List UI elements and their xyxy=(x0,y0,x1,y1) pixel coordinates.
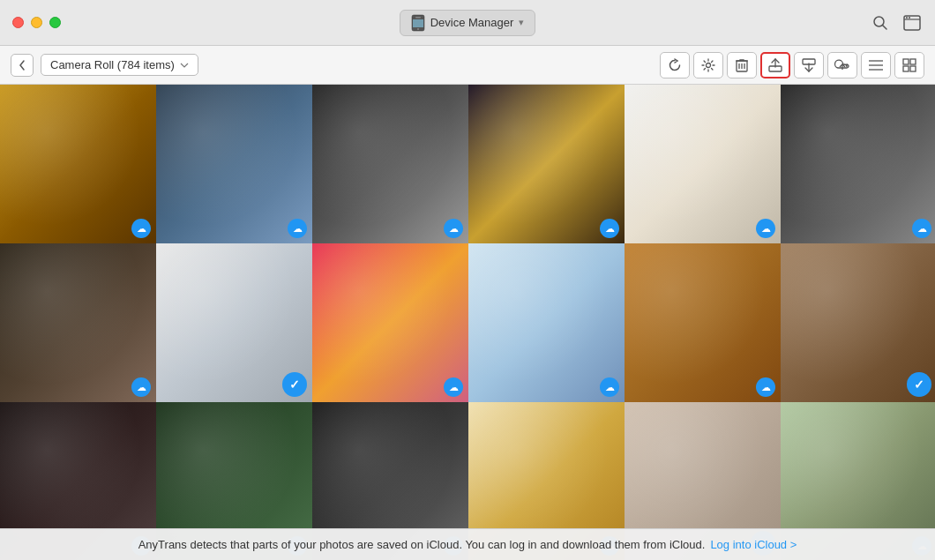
delete-button[interactable] xyxy=(727,52,757,78)
svg-point-3 xyxy=(417,28,419,30)
svg-rect-24 xyxy=(903,59,909,64)
cloud-badge: ☁ xyxy=(131,377,151,397)
svg-rect-25 xyxy=(910,59,916,64)
dropdown-chevron: ▾ xyxy=(519,17,524,28)
photo-cell[interactable]: ☁ xyxy=(781,85,935,243)
photo-cell[interactable]: ☁ xyxy=(625,85,781,243)
svg-point-10 xyxy=(707,63,711,67)
titlebar-actions xyxy=(871,14,921,32)
notification-bar: AnyTrans detects that parts of your phot… xyxy=(0,528,935,560)
photo-cell[interactable]: ✓ xyxy=(781,243,935,402)
svg-rect-2 xyxy=(413,19,423,27)
photo-cell[interactable]: ✓ xyxy=(156,243,312,402)
photo-cell[interactable]: ☁ xyxy=(468,85,625,243)
album-arrow xyxy=(180,62,189,69)
svg-rect-1 xyxy=(415,17,421,19)
app-title-pill[interactable]: Device Manager ▾ xyxy=(400,10,536,36)
refresh-button[interactable] xyxy=(660,52,690,78)
grid-view-button[interactable] xyxy=(894,52,924,78)
cloud-badge: ☁ xyxy=(131,219,151,238)
titlebar: Device Manager ▾ xyxy=(0,0,935,46)
icloud-login-link[interactable]: Log into iCloud > xyxy=(710,538,797,551)
toolbar-actions xyxy=(660,52,924,78)
photo-grid: ☁☁☁☁☁☁☁✓☁☁☁✓☁☁☁☁✓☁ xyxy=(0,85,935,560)
svg-rect-27 xyxy=(910,66,916,71)
photo-cell[interactable]: ☁ xyxy=(156,85,312,243)
traffic-lights xyxy=(12,17,61,28)
back-button[interactable] xyxy=(11,54,34,77)
photo-cell[interactable]: ☁ xyxy=(468,243,625,402)
cloud-badge: ☁ xyxy=(756,377,775,397)
svg-rect-26 xyxy=(903,66,909,71)
cloud-upload-button[interactable] xyxy=(827,52,857,78)
close-button[interactable] xyxy=(12,17,24,28)
maximize-button[interactable] xyxy=(49,17,61,28)
export-button[interactable] xyxy=(760,52,790,78)
app-title: Device Manager xyxy=(430,16,514,29)
search-icon[interactable] xyxy=(871,14,889,32)
svg-point-8 xyxy=(906,17,908,19)
photo-cell[interactable]: ☁ xyxy=(312,243,468,402)
photo-cell[interactable]: ☁ xyxy=(0,85,156,243)
svg-point-9 xyxy=(909,17,910,19)
toolbar: Camera Roll (784 items) xyxy=(0,46,935,85)
svg-line-5 xyxy=(883,25,887,29)
cloud-badge: ☁ xyxy=(600,377,619,397)
settings-button[interactable] xyxy=(693,52,723,78)
cloud-badge: ☁ xyxy=(756,219,775,238)
cloud-badge: ☁ xyxy=(444,219,463,238)
cloud-badge: ☁ xyxy=(912,219,931,238)
photo-cell[interactable]: ☁ xyxy=(0,243,156,402)
device-icon xyxy=(411,14,425,32)
cloud-badge: ☁ xyxy=(444,377,463,397)
check-badge: ✓ xyxy=(282,372,307,397)
minimize-button[interactable] xyxy=(31,17,42,28)
window-icon[interactable] xyxy=(903,14,921,32)
notification-text: AnyTrans detects that parts of your phot… xyxy=(138,538,706,551)
album-selector[interactable]: Camera Roll (784 items) xyxy=(41,54,198,76)
photo-cell[interactable]: ☁ xyxy=(312,85,468,243)
list-view-button[interactable] xyxy=(861,52,891,78)
check-badge: ✓ xyxy=(907,372,931,397)
cloud-badge: ☁ xyxy=(288,219,307,238)
album-label: Camera Roll (784 items) xyxy=(50,58,175,71)
cloud-badge: ☁ xyxy=(600,219,619,238)
import-button[interactable] xyxy=(794,52,824,78)
photo-cell[interactable]: ☁ xyxy=(625,243,781,402)
